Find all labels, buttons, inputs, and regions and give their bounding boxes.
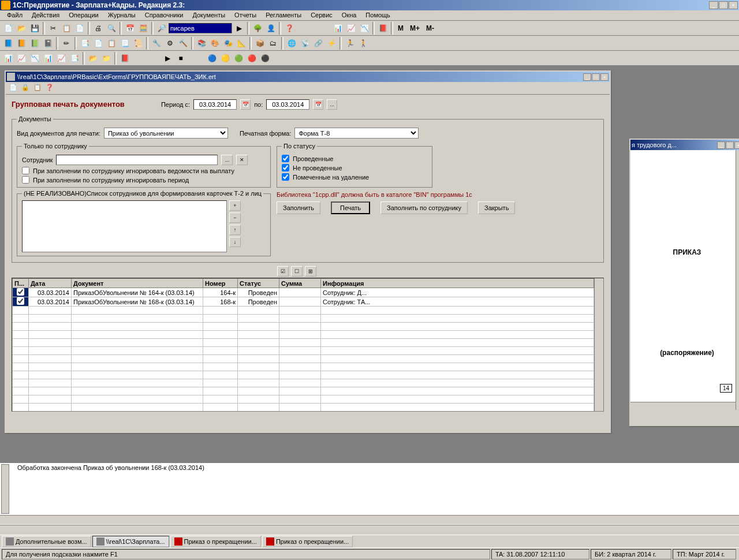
period-more-button[interactable]: ... [327, 99, 337, 110]
menu-operations[interactable]: Операции [64, 10, 103, 20]
table-row-empty[interactable] [13, 347, 594, 355]
copy-icon[interactable]: 📋 [60, 22, 73, 35]
t3-13[interactable]: 🟡 [219, 52, 232, 65]
maximize-button[interactable]: □ [719, 1, 728, 9]
calc-icon[interactable]: 🧮 [137, 22, 150, 35]
preview-vscroll[interactable] [736, 150, 739, 410]
t2-3[interactable]: 📗 [28, 37, 41, 50]
preview-minimize[interactable]: _ [717, 141, 725, 149]
t2-1[interactable]: 📘 [2, 37, 14, 50]
m-button[interactable]: M [395, 22, 406, 35]
t2-23[interactable]: ⚡ [325, 37, 338, 50]
table-row-empty[interactable] [13, 363, 594, 371]
menu-journals[interactable]: Журналы [103, 10, 140, 20]
grid-header-info[interactable]: Информация [321, 279, 594, 288]
calendar-to-icon[interactable]: 📅 [313, 99, 323, 110]
row-checkbox[interactable] [17, 297, 24, 305]
t2-10[interactable]: 📜 [132, 37, 144, 50]
doc-type-select[interactable]: Приказ об увольнении [104, 128, 228, 139]
t2-11[interactable]: 🔧 [150, 37, 163, 50]
table-row-empty[interactable] [13, 331, 594, 339]
t2-14[interactable]: 📚 [195, 37, 208, 50]
emp-ignore-paylists-checkbox[interactable] [22, 167, 29, 174]
row-checkbox[interactable] [17, 288, 24, 296]
grid-header-num[interactable]: Номер [203, 279, 238, 288]
menu-actions[interactable]: Действия [27, 10, 64, 20]
mdi-close[interactable]: × [600, 73, 609, 81]
list-del-button[interactable]: − [229, 212, 241, 223]
table-row-empty[interactable] [13, 404, 594, 412]
help-icon[interactable]: ❓ [283, 22, 296, 35]
table-row-empty[interactable] [13, 371, 594, 379]
t3-1[interactable]: 📊 [2, 52, 14, 65]
t2-17[interactable]: 📐 [235, 37, 248, 50]
table-row-empty[interactable] [13, 323, 594, 331]
list-up-button[interactable]: ↑ [229, 225, 241, 235]
close-form-button[interactable]: Закрыть [478, 201, 515, 214]
preview-maximize[interactable]: □ [726, 141, 734, 149]
t3-7[interactable]: 📂 [87, 52, 99, 65]
table-row[interactable]: 03.03.2014ПриказОбУвольнении № 164-к (03… [13, 288, 594, 297]
list-down-button[interactable]: ↓ [229, 237, 241, 247]
t3-16[interactable]: ⚫ [259, 52, 271, 65]
t2-4[interactable]: 📓 [42, 37, 54, 50]
preview-titlebar[interactable]: я трудового д... _ □ × [630, 140, 739, 150]
emp-ignore-period-checkbox[interactable] [22, 176, 29, 184]
grid-header-sum[interactable]: Сумма [279, 279, 321, 288]
user-icon[interactable]: 👤 [264, 22, 277, 35]
task-processing[interactable]: \\real\1C\Зарплата... [92, 536, 169, 547]
employee-pick-button[interactable]: ... [221, 155, 233, 165]
print-icon[interactable]: 🖨 [92, 22, 104, 35]
status-unposted-checkbox[interactable] [282, 164, 289, 171]
menu-reports[interactable]: Отчеты [230, 10, 261, 20]
stop-icon[interactable]: ■ [174, 52, 187, 65]
print-button[interactable]: Печать [331, 201, 370, 214]
task-additional[interactable]: Дополнительные возм... [2, 536, 91, 547]
preview-close[interactable]: × [734, 141, 739, 149]
table-row-empty[interactable] [13, 387, 594, 395]
grid-check-all-button[interactable]: ☑ [277, 266, 289, 277]
mdi-tb-1[interactable]: 📄 [8, 83, 18, 94]
grid-header-check[interactable]: П... [13, 279, 29, 288]
t2-24[interactable]: 🏃 [344, 37, 356, 50]
search-input[interactable] [169, 23, 232, 33]
preview-hscroll[interactable] [630, 402, 736, 410]
task-order-2[interactable]: Приказ о прекращении... [262, 536, 353, 547]
t2-22[interactable]: 🔗 [312, 37, 324, 50]
mdi-tb-3[interactable]: 📋 [32, 83, 43, 94]
tb-c[interactable]: 📉 [358, 22, 371, 35]
t3-8[interactable]: 📁 [100, 52, 113, 65]
t2-7[interactable]: 📄 [92, 37, 104, 50]
search-go-icon[interactable]: ▶ [233, 22, 245, 35]
preview-icon[interactable]: 🔍 [105, 22, 118, 35]
find-icon[interactable]: 🔎 [155, 22, 168, 35]
grid-header-status[interactable]: Статус [238, 279, 279, 288]
table-row-empty[interactable] [13, 307, 594, 315]
t3-14[interactable]: 🟢 [232, 52, 245, 65]
mdi-titlebar[interactable]: \\real\1C\Зарплата\PRBasic\ExtForms\ГРУП… [6, 72, 610, 82]
list-add-button[interactable]: + [229, 200, 241, 211]
t3-2[interactable]: 📈 [15, 52, 28, 65]
play-icon[interactable]: ▶ [161, 52, 174, 65]
t2-5[interactable]: ✏ [60, 37, 73, 50]
paste-icon[interactable]: 📄 [73, 22, 86, 35]
message-body[interactable]: Обработка закончена Приказ об увольнении… [0, 463, 739, 515]
fill-button[interactable]: Заполнить [277, 201, 320, 214]
table-row-empty[interactable] [13, 355, 594, 363]
t2-16[interactable]: 🎭 [222, 37, 234, 50]
save-icon[interactable]: 💾 [28, 22, 41, 35]
t3-9[interactable]: 📕 [118, 52, 131, 65]
menu-file[interactable]: Файл [2, 10, 27, 20]
menu-documents[interactable]: Документы [188, 10, 230, 20]
tb-a[interactable]: 📊 [331, 22, 344, 35]
message-gutter[interactable] [1, 464, 9, 514]
book-icon[interactable]: 📕 [376, 22, 389, 35]
t2-6[interactable]: 📑 [79, 37, 91, 50]
period-from-input[interactable] [193, 99, 237, 110]
close-button[interactable]: × [729, 1, 738, 9]
t3-12[interactable]: 🔵 [206, 52, 218, 65]
fill-by-employee-button[interactable]: Заполнить по сотруднику [380, 201, 468, 214]
t2-13[interactable]: 🔨 [177, 37, 189, 50]
t3-5[interactable]: 📈 [55, 52, 68, 65]
task-order-1[interactable]: Приказ о прекращении... [170, 536, 261, 547]
